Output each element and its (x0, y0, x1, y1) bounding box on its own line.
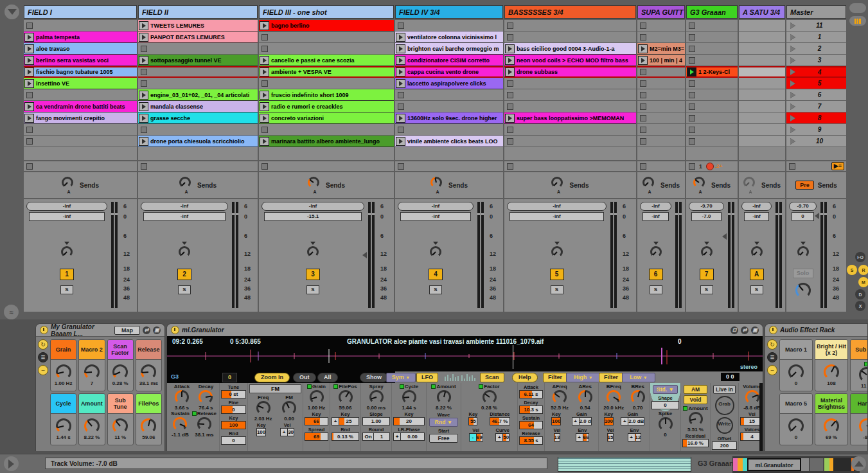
knob-value[interactable]: 0 (651, 432, 679, 438)
clip-slot[interactable] (686, 124, 738, 136)
macro-knob[interactable]: 0.28 % (108, 360, 133, 391)
std-dropdown[interactable]: Std. ▼ (653, 385, 678, 394)
macro-dial[interactable] (141, 418, 156, 434)
send-a-knob[interactable]: A (430, 177, 445, 193)
volume-value[interactable]: -inf (744, 212, 769, 221)
value-box[interactable]: 20 (393, 417, 425, 425)
macro-dial[interactable] (859, 418, 868, 434)
clip-launch-button[interactable] (396, 79, 405, 88)
volume-value[interactable]: 0 (792, 212, 814, 221)
clip-stop-button[interactable] (26, 127, 33, 133)
clip-stop-button[interactable] (507, 103, 513, 110)
sign-toggle[interactable]: + (496, 434, 503, 441)
peak-level-display[interactable]: -Inf (741, 202, 772, 211)
solo-cue-button[interactable]: S (551, 285, 563, 294)
clip-launch-button[interactable] (687, 67, 696, 76)
knob-value[interactable]: 1.44 s (393, 405, 425, 411)
pan-dial[interactable] (307, 246, 319, 258)
clip-slot[interactable] (686, 89, 738, 101)
track-header-field-i[interactable]: FIELD I (24, 5, 137, 19)
clip-slot[interactable] (504, 20, 636, 31)
clip-slot[interactable]: ambiente + VESPA VE (259, 66, 394, 78)
bfreq-dial[interactable] (607, 390, 621, 404)
sign-toggle[interactable]: + (572, 418, 580, 425)
clip-slot[interactable]: fango movimenti crepitio (24, 112, 137, 124)
track-header-a-satu-3-4[interactable]: A SATU 3/4 (739, 5, 785, 19)
clip-slot[interactable]: drone porta chiesuola scricchiolio (138, 136, 258, 147)
knob-value[interactable]: 1.00 Hz (305, 405, 328, 411)
value-box[interactable]: 15 (607, 433, 614, 442)
macro-value[interactable]: 11 % (114, 434, 126, 440)
collapse-arrow-button[interactable] (4, 4, 19, 19)
scene-slot[interactable]: 4 (786, 66, 846, 78)
pan-knob[interactable] (395, 242, 476, 258)
macro-value[interactable]: 38.1 ms (139, 380, 158, 386)
clip-stop-button[interactable] (26, 22, 33, 29)
clip-stop-button[interactable] (507, 138, 513, 145)
clip-launch-button[interactable] (396, 114, 405, 123)
clip-stop-button[interactable] (398, 103, 404, 110)
clip-stop-button[interactable] (507, 127, 513, 133)
clip-slot[interactable] (739, 43, 785, 55)
knob-value[interactable]: 0.00 ms (362, 405, 390, 411)
device-chain-strip[interactable]: ml.Granulator (732, 456, 860, 473)
clip-slot[interactable]: sottopassaggio tunnel VE (138, 55, 258, 66)
device-on-icon[interactable] (171, 326, 179, 334)
freq-knob[interactable]: Freq2.03 Hz (254, 395, 272, 422)
peak-level-display[interactable]: -Inf (507, 202, 607, 211)
ares-knob[interactable]: ARes0.54 (578, 384, 592, 411)
clip-slot[interactable] (637, 78, 685, 89)
clip-stop-button[interactable] (640, 138, 646, 145)
clip-stop-button[interactable] (261, 46, 268, 52)
bres-knob[interactable]: BRes0.70 (631, 384, 645, 411)
clip-slot[interactable] (504, 136, 636, 147)
stop-all-track-clips-button[interactable] (507, 163, 513, 170)
value-box[interactable]: 100 (221, 421, 246, 429)
macro-dial[interactable] (788, 418, 804, 434)
show-button[interactable]: Show (360, 373, 388, 382)
clip-slot[interactable]: 100 | min | 4 (637, 55, 685, 66)
scene-slot[interactable]: 6 (786, 89, 846, 101)
solo-cue-button[interactable]: S (650, 285, 662, 294)
pan-dial[interactable] (751, 246, 763, 258)
clip-slot[interactable] (395, 124, 503, 136)
clip-launch-button[interactable] (396, 44, 405, 53)
send-a-dial[interactable] (693, 177, 705, 188)
sign-toggle[interactable]: + (621, 418, 628, 425)
clip-slot[interactable] (24, 136, 137, 147)
clip-slot[interactable] (637, 136, 685, 147)
macro-dial[interactable] (112, 364, 128, 380)
clip-launch-button[interactable] (260, 21, 269, 30)
clip-slot[interactable] (637, 101, 685, 112)
clip-slot[interactable] (739, 124, 785, 136)
volume-value[interactable]: -inf (29, 212, 105, 221)
back-to-arrangement-button[interactable]: ▶≡ (831, 162, 844, 170)
clip-slot[interactable]: bass cicilico good 0004 3-Audio-1-a (504, 43, 636, 55)
clip-slot[interactable]: neon vood coils > ECHO MOD filtro bass (504, 55, 636, 66)
clip-stop-button[interactable] (689, 103, 695, 110)
value-box[interactable]: 6.11 s (519, 390, 543, 398)
clip-slot[interactable] (686, 43, 738, 55)
clip-slot[interactable]: fischio bagno tubature 1005 (24, 66, 137, 78)
clip-stop-button[interactable] (141, 46, 147, 52)
stop-all-track-clips-button[interactable] (398, 163, 404, 170)
macro-dial[interactable] (824, 418, 839, 434)
clip-stop-button[interactable] (640, 127, 646, 133)
clip-slot[interactable] (138, 78, 258, 89)
zoom-in-button[interactable]: Zoom In (254, 373, 290, 382)
clip-slot[interactable] (686, 31, 738, 43)
clip-slot[interactable] (504, 89, 636, 101)
clip-slot[interactable]: fruscio indefinito short 1009 (259, 89, 394, 101)
knob-value[interactable]: 20.0 kHz (603, 405, 624, 411)
macro-label[interactable]: Release (136, 340, 161, 360)
pan-knob[interactable] (504, 242, 609, 258)
device-thumbnail[interactable] (733, 458, 747, 471)
clip-slot[interactable] (686, 112, 738, 124)
track-header-field-iii-one-shot[interactable]: FIELD III - one shot (259, 5, 394, 19)
macro-value[interactable]: 108 (827, 380, 835, 386)
scene-slot[interactable]: 7 (786, 101, 846, 112)
fold-device-icon[interactable]: – (38, 365, 48, 375)
fm-dial[interactable] (282, 401, 296, 415)
stop-all-track-clips-button[interactable] (689, 163, 695, 170)
value-box[interactable]: 0 (221, 406, 246, 414)
